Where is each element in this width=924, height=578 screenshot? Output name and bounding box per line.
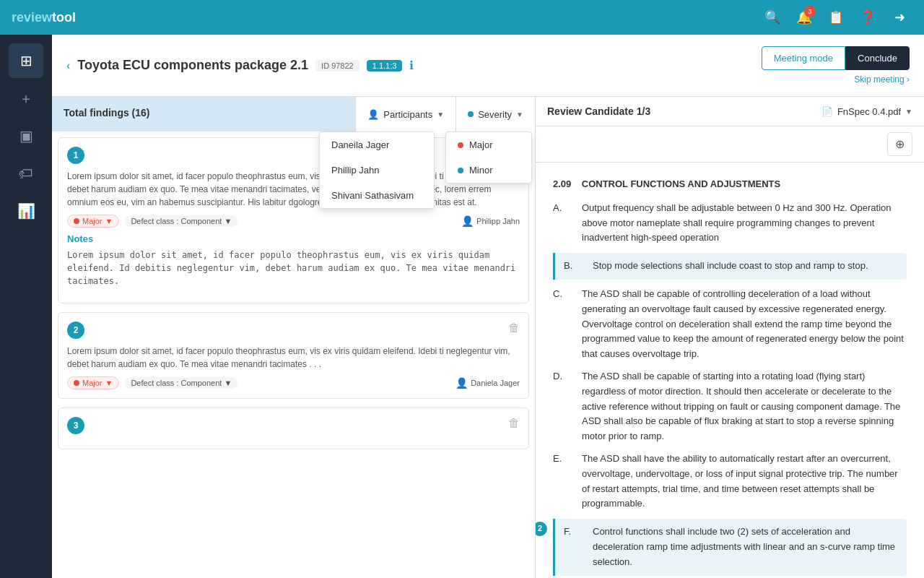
finding-2-defect-tag[interactable]: Defect class : Component ▼ (125, 377, 237, 389)
review-actions: ⊕ (536, 126, 924, 163)
participants-icon: 👤 (367, 109, 379, 120)
finding-2-delete-icon[interactable]: 🗑 (508, 322, 520, 335)
participant-phillip[interactable]: Phillip Jahn (320, 158, 434, 183)
doc-text-b: Stop mode selections shall include coast… (593, 259, 898, 274)
sidebar-item-tags[interactable]: 🏷 (9, 156, 43, 191)
logo-text-part1: review (12, 10, 52, 25)
doc-para-f-wrapper: 2 F. Control functions shall include two… (553, 519, 907, 578)
doc-para-f-highlighted: F. Control functions shall include two (… (553, 519, 907, 575)
version-badge: 1.1.1;3 (367, 60, 403, 72)
doc-para-e: E. The ASD shall have the ability to aut… (553, 452, 907, 512)
header-right: Meeting mode Conclude Skip meeting › (762, 46, 910, 85)
finding-1-severity-label: Major (82, 217, 103, 225)
help-icon[interactable]: ❓ (855, 4, 881, 30)
doc-label-c: C. (553, 287, 570, 362)
doc-para-b-wrapper: B. Stop mode selections shall include co… (553, 253, 907, 280)
doc-label-b: B. (564, 259, 581, 274)
participant-daneila[interactable]: Daneila Jager (320, 132, 434, 158)
page-title: Toyota ECU components package 2.1 (77, 58, 308, 73)
doc-text-c: The ASD shall be capable of controlling … (582, 287, 907, 362)
topnav-icons: 🔍 🔔 3 📋 ❓ ➜ (759, 4, 912, 30)
finding-2-assignee: 👤 Daniela Jager (456, 377, 520, 389)
participant-shivani[interactable]: Shivani Sathasivam (320, 183, 434, 208)
top-navbar: reviewtool 🔍 🔔 3 📋 ❓ ➜ (0, 0, 924, 35)
findings-title: Total findings (16) (52, 97, 355, 131)
notes-1-title: Notes (67, 233, 520, 244)
logout-icon[interactable]: ➜ (886, 4, 912, 30)
assignee-1-icon: 👤 (461, 215, 474, 227)
severity-filter-button[interactable]: Severity ▼ (456, 97, 535, 131)
notes-1-textarea[interactable]: Lorem ipsum dolor sit amet, id facer pop… (67, 249, 520, 292)
sidebar-item-documents[interactable]: ▣ (9, 118, 43, 153)
severity-dot (468, 111, 474, 117)
assignee-2-icon: 👤 (456, 377, 468, 389)
participants-filter-button[interactable]: 👤 Participants ▼ (355, 97, 456, 131)
notification-badge: 3 (804, 6, 816, 17)
finding-1-number: 1 (67, 147, 84, 164)
participants-label: Participants (383, 109, 432, 120)
findings-header: Total findings (16) 👤 Participants ▼ Sev… (52, 97, 535, 131)
info-icon[interactable]: ℹ (409, 59, 414, 72)
review-title: Review Candidate 1/3 (547, 105, 650, 117)
sidebar-item-reports[interactable]: 📊 (9, 194, 43, 228)
marker-2: 2 (536, 522, 547, 536)
major-dot (458, 142, 463, 148)
conclude-button[interactable]: Conclude (845, 46, 910, 70)
doc-text-f: Control functions shall include two (2) … (593, 525, 898, 569)
skip-meeting-link[interactable]: Skip meeting › (854, 74, 910, 85)
finding-1-severity-tag[interactable]: Major ▼ (67, 215, 119, 228)
doc-selector-chevron: ▼ (905, 108, 912, 116)
finding-2-meta: Major ▼ Defect class : Component ▼ 👤 Dan… (67, 376, 520, 389)
doc-label-f: F. (564, 525, 581, 540)
header-buttons: Meeting mode Conclude (762, 46, 910, 70)
finding-1-assignee-name: Philipp Jahn (476, 217, 520, 225)
finding-3-delete-icon[interactable]: 🗑 (508, 417, 520, 430)
id-badge: ID 97822 (315, 60, 359, 72)
doc-file-icon: 📄 (821, 106, 833, 117)
doc-text-a: Output frequency shall be adjustable bet… (582, 201, 907, 246)
docs-icon[interactable]: 📋 (823, 4, 849, 30)
app-logo: reviewtool (12, 10, 76, 25)
severity-minor[interactable]: Minor (446, 158, 531, 183)
header-left: ‹ Toyota ECU components package 2.1 ID 9… (66, 58, 414, 73)
finding-2-number: 2 (67, 322, 84, 339)
back-button[interactable]: ‹ (66, 59, 70, 72)
doc-text-d: The ASD shall be capable of starting int… (582, 369, 907, 444)
content-area: Total findings (16) 👤 Participants ▼ Sev… (52, 97, 924, 578)
doc-content: 2.09 CONTROL FUNCTIONS AND ADJUSTMENTS A… (536, 163, 924, 578)
sidebar-item-dashboard[interactable]: ⊞ (9, 43, 43, 78)
sidebar-item-add[interactable]: ＋ (9, 81, 43, 116)
review-header: Review Candidate 1/3 📄 FnSpec 0.4.pdf ▼ (536, 97, 924, 126)
severity-major[interactable]: Major (446, 132, 531, 158)
finding-card-2: 2 🗑 Lorem ipsum dolor sit amet, id facer… (58, 312, 529, 399)
finding-1-meta: Major ▼ Defect class : Component ▼ 👤 Phi… (67, 215, 520, 228)
doc-para-c: C. The ASD shall be capable of controlli… (553, 287, 907, 362)
doc-selector[interactable]: 📄 FnSpec 0.4.pdf ▼ (821, 106, 912, 117)
finding-2-severity-tag[interactable]: Major ▼ (67, 376, 119, 389)
severity-minor-label: Minor (469, 165, 493, 176)
finding-2-severity-dot (74, 380, 79, 386)
doc-label-e: E. (553, 452, 570, 512)
severity-dropdown: Major Minor (445, 131, 532, 184)
main-content: ‹ Toyota ECU components package 2.1 ID 9… (52, 35, 924, 578)
finding-1-notes: Notes Lorem ipsum dolor sit amet, id fac… (67, 233, 520, 294)
doc-text-e: The ASD shall have the ability to automa… (582, 452, 907, 512)
doc-para-b-highlighted: B. Stop mode selections shall include co… (553, 253, 907, 280)
minor-dot (458, 168, 463, 173)
finding-3-number: 3 (67, 417, 84, 434)
severity-major-label: Major (469, 139, 493, 150)
doc-para-a: A. Output frequency shall be adjustable … (553, 201, 907, 246)
notifications-icon[interactable]: 🔔 3 (791, 4, 817, 30)
finding-1-assignee: 👤 Philipp Jahn (461, 215, 520, 227)
finding-2-assignee-name: Daniela Jager (471, 379, 520, 387)
meeting-mode-button[interactable]: Meeting mode (762, 46, 845, 70)
finding-2-severity-label: Major (82, 379, 103, 387)
logo-text-part2: tool (52, 10, 76, 25)
participants-chevron: ▼ (437, 111, 444, 118)
right-panel: Review Candidate 1/3 📄 FnSpec 0.4.pdf ▼ … (536, 97, 924, 578)
add-finding-button[interactable]: ⊕ (887, 132, 912, 156)
finding-3-header: 3 🗑 (67, 417, 520, 434)
header-bar: ‹ Toyota ECU components package 2.1 ID 9… (52, 35, 924, 97)
search-icon[interactable]: 🔍 (759, 4, 785, 30)
finding-1-defect-tag[interactable]: Defect class : Component ▼ (125, 215, 237, 227)
